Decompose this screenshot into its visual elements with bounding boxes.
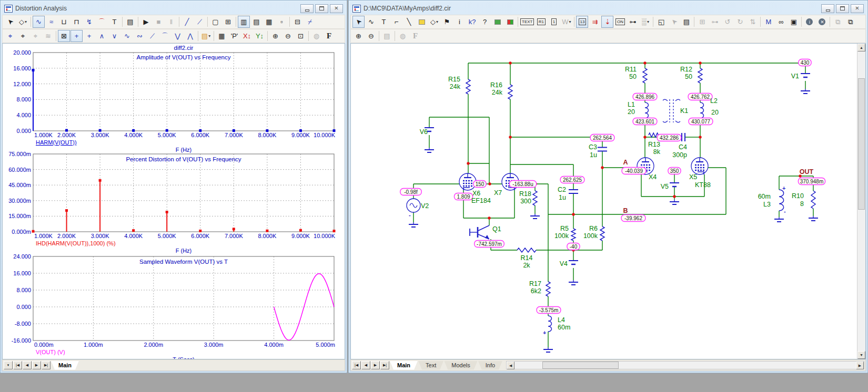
help-point-mode-icon[interactable]: k?: [466, 16, 478, 28]
scroll-left-button[interactable]: ◀: [507, 362, 514, 369]
stripes-right-icon[interactable]: ▫: [276, 16, 288, 28]
page-nav-button-0[interactable]: |◀: [352, 361, 361, 369]
cursor-probe-3-icon[interactable]: ⌖: [29, 30, 42, 42]
flip-x-button-icon[interactable]: ⇅: [746, 16, 759, 28]
scroll-up-button[interactable]: ▲: [857, 44, 865, 51]
close-circle-icon[interactable]: ✕: [816, 16, 828, 28]
select-arrow-icon[interactable]: ➤: [352, 16, 365, 28]
minimize-button[interactable]: [300, 4, 314, 13]
zoom-in-icon[interactable]: ⊕: [269, 30, 281, 42]
query-mode-icon[interactable]: ?: [479, 16, 491, 28]
on-state-display-icon[interactable]: ON: [614, 16, 626, 28]
stop-button-icon[interactable]: ■: [153, 16, 165, 28]
go-slope-icon[interactable]: ⟋: [146, 30, 158, 42]
maximize-button[interactable]: [315, 4, 328, 13]
pause-button-icon[interactable]: ‖: [165, 16, 177, 28]
sheet-stack-2-icon[interactable]: ⧉: [844, 16, 856, 28]
zoom-box-icon[interactable]: ⊡: [295, 30, 307, 42]
font-button-icon[interactable]: F: [323, 30, 335, 42]
tag-curve-icon[interactable]: ≋: [42, 30, 54, 42]
trim-tool-icon[interactable]: ⌿: [304, 16, 316, 28]
attributes-button-icon[interactable]: ▤: [680, 16, 692, 28]
page-nav-button-2[interactable]: ▶: [371, 361, 380, 369]
rotate-button-icon[interactable]: ↺: [721, 16, 733, 28]
tab-info[interactable]: Info: [478, 361, 502, 370]
scale-mode-icon[interactable]: ⊔: [58, 16, 70, 28]
flag-mode-icon[interactable]: ⚑: [441, 16, 453, 28]
stripes-vertical-icon[interactable]: ▥: [238, 16, 250, 28]
page-nav-button-1[interactable]: |◀: [13, 361, 22, 369]
tab-text[interactable]: Text: [418, 361, 443, 370]
page-nav-button-1[interactable]: ◀: [361, 361, 370, 369]
power-display-icon[interactable]: W▾: [560, 16, 572, 28]
region-enable-mode-icon[interactable]: [504, 16, 516, 28]
slope-tool-icon[interactable]: ↯: [83, 16, 95, 28]
schematic-canvas[interactable]: -0.98f1501.809-163.88u262.564262.625426.…: [351, 44, 857, 359]
tab-models[interactable]: Models: [444, 361, 477, 370]
line-mode-icon[interactable]: ╲: [403, 16, 415, 28]
pin-numbers-toggle-icon[interactable]: 1: [548, 16, 560, 28]
page-nav-button-3[interactable]: ▶|: [380, 361, 389, 369]
grid-plot-view-icon[interactable]: ⊞: [222, 16, 234, 28]
web-globe-icon[interactable]: ◍: [310, 30, 322, 42]
page-nav-button-4[interactable]: ▶|: [42, 361, 51, 369]
part-attr-toggle-icon[interactable]: R1: [535, 16, 547, 28]
numeric-output-icon[interactable]: ▦: [216, 30, 228, 42]
ortho-wire-mode-icon[interactable]: ⌐: [390, 16, 402, 28]
waveform-limits-icon[interactable]: ≈: [45, 16, 57, 28]
horizontal-scrollbar[interactable]: ◀▶: [506, 361, 864, 369]
schematic-titlebar[interactable]: D:\MC9\DATA\MyAmps\diff2.cir ✕: [350, 2, 866, 15]
cursor-horizontal-icon[interactable]: +: [70, 30, 83, 42]
tab-main[interactable]: Main: [51, 361, 79, 370]
voltage-display-icon[interactable]: ⇣: [601, 16, 613, 28]
cursor-probe-1-icon[interactable]: ⌖: [4, 30, 16, 42]
scroll-right-button[interactable]: ▶: [856, 362, 864, 369]
flip-y-button-icon[interactable]: ↻: [734, 16, 746, 28]
picture-mode-icon[interactable]: [491, 16, 503, 28]
cursor-vertical-icon[interactable]: +: [83, 30, 95, 42]
y-scale-icon[interactable]: Y↕: [254, 30, 266, 42]
component-chip-icon[interactable]: [416, 16, 428, 28]
component-picker-icon[interactable]: ◇▾: [428, 16, 440, 28]
zoom-out-icon[interactable]: ⊖: [282, 30, 294, 42]
scope-mode-icon[interactable]: ∿: [33, 16, 45, 28]
minimize-button[interactable]: [821, 4, 834, 13]
search-binoculars-icon[interactable]: ∞: [775, 16, 787, 28]
close-button[interactable]: ✕: [330, 4, 343, 13]
go-inflection-icon[interactable]: ⌒: [159, 30, 171, 42]
p-key-icon[interactable]: 'P': [228, 30, 240, 42]
xy-image-icon[interactable]: ⊠: [58, 30, 70, 42]
text-mode-icon[interactable]: T: [378, 16, 390, 28]
font-button-icon[interactable]: F: [409, 30, 421, 42]
folder-button-icon[interactable]: ▤: [381, 30, 393, 42]
mirror-button-icon[interactable]: ⊶: [709, 16, 721, 28]
sheet-stack-1-icon[interactable]: ⧉: [832, 16, 844, 28]
border-display-icon[interactable]: ◱: [655, 16, 667, 28]
x-scale-icon[interactable]: X↕: [241, 30, 253, 42]
cursor-probe-2-icon[interactable]: ⌖: [17, 30, 29, 42]
text-display-toggle-icon[interactable]: TEXT: [520, 16, 534, 28]
go-global-high-icon[interactable]: ⋁: [171, 30, 184, 42]
cursor-small-icon[interactable]: ➤: [668, 16, 680, 28]
maximize-button[interactable]: [836, 4, 849, 13]
fx-peak-icon[interactable]: ⌒: [96, 16, 108, 28]
find-part-button-icon[interactable]: M: [762, 16, 774, 28]
line-tool-icon[interactable]: ╱: [181, 16, 193, 28]
go-peak-icon[interactable]: ∧: [96, 30, 108, 42]
display-screen-icon[interactable]: ▣: [788, 16, 800, 28]
wire-mode-icon[interactable]: ∿: [365, 16, 377, 28]
go-valley-icon[interactable]: ∨: [108, 30, 120, 42]
run-button-icon[interactable]: ▶: [140, 16, 152, 28]
stripes-horizontal-icon[interactable]: ▤: [250, 16, 263, 28]
analysis-titlebar[interactable]: Distortion Analysis ✕: [2, 2, 345, 15]
split-horizontal-icon[interactable]: ⊟: [291, 16, 304, 28]
node-numbers-toggle-icon[interactable]: 13: [576, 16, 588, 28]
step-mode-icon[interactable]: ⊓: [70, 16, 83, 28]
current-display-icon[interactable]: ⇉: [589, 16, 601, 28]
page-nav-button-2[interactable]: ◀: [23, 361, 32, 369]
web-globe-icon[interactable]: ◍: [397, 30, 409, 42]
grid-dots-toggle-icon[interactable]: ░▾: [639, 16, 651, 28]
info-circle-icon[interactable]: i: [803, 16, 815, 28]
component-picker-icon[interactable]: ◇▾: [17, 16, 29, 28]
single-plot-view-icon[interactable]: ▢: [209, 16, 221, 28]
